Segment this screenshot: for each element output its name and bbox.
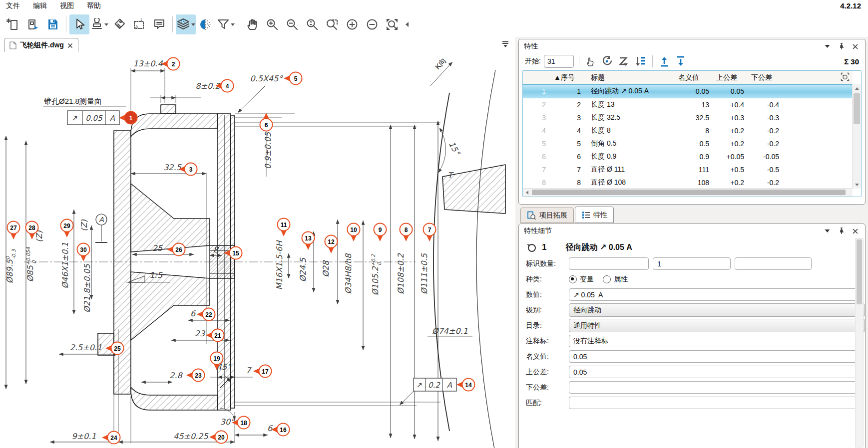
cell-title: 长度 13 <box>588 100 675 109</box>
select-cursor-icon[interactable] <box>69 14 89 34</box>
tab-characteristics[interactable]: 特性 <box>575 207 614 223</box>
col-seq[interactable]: ▲序号 <box>551 73 588 82</box>
radio-attribute-label[interactable]: 属性 <box>614 275 628 284</box>
lower-input[interactable] <box>569 381 859 394</box>
value-input[interactable] <box>569 288 859 301</box>
table-row[interactable]: 22长度 1313+0.4-0.4 <box>523 98 853 111</box>
save-icon[interactable] <box>43 14 63 34</box>
radio-variable[interactable] <box>569 275 577 283</box>
tab-project-expand[interactable]: 项目拓展 <box>520 208 574 223</box>
col-lower[interactable]: 下公差 <box>748 73 783 82</box>
start-input[interactable] <box>544 55 574 68</box>
menu-edit[interactable]: 编辑 <box>33 1 47 10</box>
comment-icon[interactable] <box>149 14 169 34</box>
feature-control-frame[interactable]: ↗0.05A <box>67 111 119 125</box>
pin-icon[interactable] <box>836 226 846 235</box>
level-select[interactable]: 径向跳动 <box>569 303 865 317</box>
zoom-out-icon[interactable] <box>282 14 302 34</box>
scroll-up-icon[interactable] <box>853 84 861 92</box>
table-row[interactable]: 33长度 32.532.5+0.3-0.3 <box>523 111 853 124</box>
table-row[interactable]: 44长度 88+0.2-0.2 <box>523 124 853 137</box>
mirror-view-icon[interactable] <box>196 14 216 34</box>
z-order-icon[interactable] <box>617 55 631 68</box>
cell-nom: 0.5 <box>675 140 713 148</box>
tag-icon[interactable] <box>109 14 129 34</box>
stamp-icon[interactable] <box>89 14 109 34</box>
id-input-3[interactable] <box>735 257 812 270</box>
id-input-1[interactable] <box>569 257 649 270</box>
app-version: 4.2.12 <box>840 1 861 10</box>
menu-file[interactable]: 文件 <box>6 1 20 10</box>
dimension-text: Ø21.8±0.05 <box>82 264 92 313</box>
table-horizontal-scrollbar[interactable] <box>523 188 853 197</box>
dimension-text: 30° <box>220 417 235 427</box>
nominal-input[interactable] <box>569 350 859 363</box>
id-input-2[interactable] <box>653 257 731 270</box>
cell-seq: 8 <box>551 179 588 187</box>
scroll-thumb[interactable] <box>857 239 862 304</box>
pan-hand-icon[interactable] <box>242 14 262 34</box>
note-input[interactable] <box>569 335 859 347</box>
dimension-text: 2.8 <box>169 371 183 380</box>
table-row[interactable]: 88直径 Ø 108108+0.2-0.2 <box>523 176 853 189</box>
menu-help[interactable]: 帮助 <box>87 1 101 10</box>
scroll-thumb[interactable] <box>854 93 860 124</box>
radio-variable-label[interactable]: 变量 <box>580 275 594 284</box>
cell-idx: 8 <box>523 179 551 187</box>
svg-text:30: 30 <box>80 246 87 253</box>
document-tab[interactable]: 飞轮组件.dwg <box>4 38 78 52</box>
catalog-select[interactable]: 通用特性 <box>569 319 865 332</box>
table-row[interactable]: 55倒角 0.50.5+0.2-0.2 <box>523 137 853 150</box>
table-row[interactable]: 66长度 0.90.9+0.05-0.05 <box>523 150 853 163</box>
match-input[interactable] <box>569 397 859 409</box>
collapse-toolbar-icon[interactable] <box>402 14 412 34</box>
hscroll-thumb[interactable] <box>532 190 846 195</box>
filter-icon[interactable] <box>216 14 236 34</box>
close-panel-icon[interactable] <box>850 226 860 235</box>
scroll-left-icon[interactable] <box>523 189 531 197</box>
balloon-column-icon[interactable] <box>838 72 853 83</box>
table-row[interactable]: 77直径 Ø 111111+0.5-0.5 <box>523 163 853 176</box>
renumber-rotate-icon[interactable] <box>601 55 614 68</box>
renumber-list-icon[interactable] <box>634 55 647 68</box>
zoom-vertical-icon[interactable] <box>302 14 322 34</box>
stamp-dropdown-caret[interactable] <box>104 23 108 26</box>
decrease-icon[interactable] <box>362 14 382 34</box>
feature-control-frame[interactable]: ↗0.2A <box>414 378 456 391</box>
table-vertical-scrollbar[interactable] <box>852 84 861 189</box>
svg-text:23: 23 <box>195 372 202 379</box>
table-row[interactable]: 11径向跳动 ↗ 0.05 A0.050.05 <box>523 84 853 98</box>
close-panel-icon[interactable] <box>850 42 860 51</box>
menu-view[interactable]: 视图 <box>60 1 74 10</box>
panel-menu-caret-icon[interactable] <box>822 42 832 51</box>
engineering-drawing[interactable]: A13±0.48±0.20.5X45°32.52581:56232.5±0.12… <box>0 52 515 448</box>
region-select-icon[interactable]: A1 <box>129 14 149 34</box>
new-document-icon[interactable] <box>3 14 23 34</box>
layers-icon[interactable] <box>176 14 196 34</box>
col-upper[interactable]: 上公差 <box>713 73 748 82</box>
pin-icon[interactable] <box>836 42 846 51</box>
col-nominal[interactable]: 名义值 <box>675 73 713 82</box>
layers-dropdown-caret[interactable] <box>191 23 195 26</box>
move-top-icon[interactable] <box>658 55 671 68</box>
zoom-fit-icon[interactable] <box>382 14 402 34</box>
toolbar-separator <box>172 16 173 32</box>
pick-hand-icon[interactable] <box>584 55 598 68</box>
cell-low: -0.2 <box>748 127 783 135</box>
increase-icon[interactable] <box>342 14 362 34</box>
open-document-icon[interactable] <box>23 14 43 34</box>
field-label: 级别: <box>526 306 569 315</box>
zoom-in-icon[interactable] <box>262 14 282 34</box>
filter-dropdown-caret[interactable] <box>231 23 235 26</box>
radio-attribute[interactable] <box>603 275 611 283</box>
table-header[interactable]: ▲序号 标题 名义值 上公差 下公差 <box>523 71 853 85</box>
zoom-window-icon[interactable] <box>322 14 342 34</box>
details-vertical-scrollbar[interactable] <box>855 238 864 448</box>
move-bottom-icon[interactable] <box>674 55 688 68</box>
close-tab-icon[interactable] <box>67 43 73 48</box>
scroll-down-icon[interactable] <box>853 181 861 189</box>
panel-menu-caret-icon[interactable] <box>822 226 832 235</box>
tab-list-icon[interactable] <box>501 40 509 50</box>
col-title[interactable]: 标题 <box>588 73 675 82</box>
upper-input[interactable] <box>569 366 859 378</box>
